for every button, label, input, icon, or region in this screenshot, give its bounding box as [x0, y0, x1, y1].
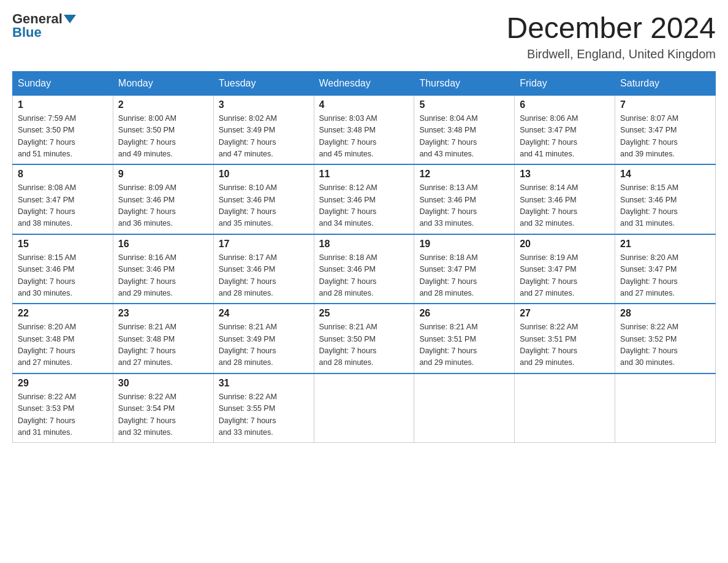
- month-title: December 2024: [506, 12, 716, 45]
- calendar-cell: 20Sunrise: 8:19 AMSunset: 3:47 PMDayligh…: [515, 234, 615, 304]
- calendar-week-row: 8Sunrise: 8:08 AMSunset: 3:47 PMDaylight…: [13, 164, 716, 234]
- day-number: 13: [520, 169, 610, 180]
- calendar-header-wednesday: Wednesday: [314, 71, 414, 95]
- calendar-cell: 23Sunrise: 8:21 AMSunset: 3:48 PMDayligh…: [113, 304, 213, 373]
- calendar-cell: 4Sunrise: 8:03 AMSunset: 3:48 PMDaylight…: [314, 95, 414, 164]
- day-info: Sunrise: 8:02 AMSunset: 3:49 PMDaylight:…: [219, 113, 309, 161]
- day-info: Sunrise: 8:07 AMSunset: 3:47 PMDaylight:…: [620, 113, 710, 161]
- day-number: 15: [18, 239, 108, 250]
- calendar-cell: 31Sunrise: 8:22 AMSunset: 3:55 PMDayligh…: [213, 373, 314, 443]
- calendar-cell: 24Sunrise: 8:21 AMSunset: 3:49 PMDayligh…: [213, 304, 314, 373]
- day-info: Sunrise: 8:06 AMSunset: 3:47 PMDaylight:…: [520, 113, 610, 161]
- day-info: Sunrise: 8:18 AMSunset: 3:47 PMDaylight:…: [419, 252, 509, 300]
- calendar-table: SundayMondayTuesdayWednesdayThursdayFrid…: [12, 71, 716, 443]
- day-info: Sunrise: 8:04 AMSunset: 3:48 PMDaylight:…: [419, 113, 509, 161]
- calendar-header-sunday: Sunday: [13, 71, 113, 95]
- day-number: 18: [319, 239, 409, 250]
- day-number: 28: [620, 308, 710, 319]
- day-number: 10: [219, 169, 309, 180]
- day-number: 9: [118, 169, 208, 180]
- calendar-cell: 3Sunrise: 8:02 AMSunset: 3:49 PMDaylight…: [213, 95, 314, 164]
- calendar-cell: 7Sunrise: 8:07 AMSunset: 3:47 PMDaylight…: [615, 95, 716, 164]
- day-number: 27: [520, 308, 610, 319]
- calendar-cell: 10Sunrise: 8:10 AMSunset: 3:46 PMDayligh…: [213, 164, 314, 234]
- title-block: December 2024 Birdwell, England, United …: [506, 12, 716, 61]
- calendar-cell: 17Sunrise: 8:17 AMSunset: 3:46 PMDayligh…: [213, 234, 314, 304]
- calendar-cell: 14Sunrise: 8:15 AMSunset: 3:46 PMDayligh…: [615, 164, 716, 234]
- logo: General Blue: [12, 12, 76, 39]
- calendar-cell: 2Sunrise: 8:00 AMSunset: 3:50 PMDaylight…: [113, 95, 213, 164]
- day-info: Sunrise: 8:22 AMSunset: 3:54 PMDaylight:…: [118, 391, 208, 439]
- day-number: 26: [419, 308, 509, 319]
- location: Birdwell, England, United Kingdom: [506, 47, 716, 61]
- calendar-cell: 21Sunrise: 8:20 AMSunset: 3:47 PMDayligh…: [615, 234, 716, 304]
- calendar-cell: 9Sunrise: 8:09 AMSunset: 3:46 PMDaylight…: [113, 164, 213, 234]
- calendar-cell: 30Sunrise: 8:22 AMSunset: 3:54 PMDayligh…: [113, 373, 213, 443]
- calendar-cell: [414, 373, 515, 443]
- day-number: 8: [18, 169, 108, 180]
- calendar-cell: 13Sunrise: 8:14 AMSunset: 3:46 PMDayligh…: [515, 164, 615, 234]
- day-number: 22: [18, 308, 108, 319]
- calendar-cell: 26Sunrise: 8:21 AMSunset: 3:51 PMDayligh…: [414, 304, 515, 373]
- logo-triangle-icon: [64, 15, 76, 23]
- calendar-week-row: 29Sunrise: 8:22 AMSunset: 3:53 PMDayligh…: [13, 373, 716, 443]
- calendar-cell: 15Sunrise: 8:15 AMSunset: 3:46 PMDayligh…: [13, 234, 113, 304]
- day-number: 11: [319, 169, 409, 180]
- calendar-header-row: SundayMondayTuesdayWednesdayThursdayFrid…: [13, 71, 716, 95]
- day-info: Sunrise: 8:15 AMSunset: 3:46 PMDaylight:…: [620, 182, 710, 230]
- calendar-cell: 8Sunrise: 8:08 AMSunset: 3:47 PMDaylight…: [13, 164, 113, 234]
- page-header: General Blue December 2024 Birdwell, Eng…: [12, 12, 716, 61]
- day-number: 14: [620, 169, 710, 180]
- calendar-cell: [615, 373, 716, 443]
- day-number: 1: [18, 99, 108, 110]
- day-number: 29: [18, 378, 108, 389]
- calendar-header-tuesday: Tuesday: [213, 71, 314, 95]
- day-info: Sunrise: 8:00 AMSunset: 3:50 PMDaylight:…: [118, 113, 208, 161]
- day-info: Sunrise: 8:21 AMSunset: 3:51 PMDaylight:…: [419, 321, 509, 369]
- day-number: 4: [319, 99, 409, 110]
- calendar-cell: 12Sunrise: 8:13 AMSunset: 3:46 PMDayligh…: [414, 164, 515, 234]
- calendar-cell: 22Sunrise: 8:20 AMSunset: 3:48 PMDayligh…: [13, 304, 113, 373]
- calendar-cell: 16Sunrise: 8:16 AMSunset: 3:46 PMDayligh…: [113, 234, 213, 304]
- day-info: Sunrise: 8:18 AMSunset: 3:46 PMDaylight:…: [319, 252, 409, 300]
- calendar-cell: 6Sunrise: 8:06 AMSunset: 3:47 PMDaylight…: [515, 95, 615, 164]
- day-number: 6: [520, 99, 610, 110]
- calendar-header-monday: Monday: [113, 71, 213, 95]
- day-info: Sunrise: 8:22 AMSunset: 3:55 PMDaylight:…: [219, 391, 309, 439]
- day-info: Sunrise: 8:03 AMSunset: 3:48 PMDaylight:…: [319, 113, 409, 161]
- day-number: 2: [118, 99, 208, 110]
- day-info: Sunrise: 8:22 AMSunset: 3:52 PMDaylight:…: [620, 321, 710, 369]
- day-info: Sunrise: 8:10 AMSunset: 3:46 PMDaylight:…: [219, 182, 309, 230]
- day-info: Sunrise: 8:21 AMSunset: 3:48 PMDaylight:…: [118, 321, 208, 369]
- day-number: 24: [219, 308, 309, 319]
- calendar-cell: [314, 373, 414, 443]
- day-info: Sunrise: 8:13 AMSunset: 3:46 PMDaylight:…: [419, 182, 509, 230]
- logo-blue-text: Blue: [12, 26, 42, 39]
- day-number: 23: [118, 308, 208, 319]
- calendar-week-row: 22Sunrise: 8:20 AMSunset: 3:48 PMDayligh…: [13, 304, 716, 373]
- calendar-cell: 18Sunrise: 8:18 AMSunset: 3:46 PMDayligh…: [314, 234, 414, 304]
- day-info: Sunrise: 8:14 AMSunset: 3:46 PMDaylight:…: [520, 182, 610, 230]
- calendar-cell: 25Sunrise: 8:21 AMSunset: 3:50 PMDayligh…: [314, 304, 414, 373]
- calendar-week-row: 1Sunrise: 7:59 AMSunset: 3:50 PMDaylight…: [13, 95, 716, 164]
- day-info: Sunrise: 8:21 AMSunset: 3:50 PMDaylight:…: [319, 321, 409, 369]
- day-number: 20: [520, 239, 610, 250]
- day-info: Sunrise: 8:21 AMSunset: 3:49 PMDaylight:…: [219, 321, 309, 369]
- day-number: 7: [620, 99, 710, 110]
- calendar-cell: [515, 373, 615, 443]
- day-info: Sunrise: 8:17 AMSunset: 3:46 PMDaylight:…: [219, 252, 309, 300]
- day-number: 17: [219, 239, 309, 250]
- day-info: Sunrise: 8:15 AMSunset: 3:46 PMDaylight:…: [18, 252, 108, 300]
- day-number: 3: [219, 99, 309, 110]
- calendar-week-row: 15Sunrise: 8:15 AMSunset: 3:46 PMDayligh…: [13, 234, 716, 304]
- day-number: 25: [319, 308, 409, 319]
- day-number: 31: [219, 378, 309, 389]
- day-info: Sunrise: 8:12 AMSunset: 3:46 PMDaylight:…: [319, 182, 409, 230]
- calendar-cell: 1Sunrise: 7:59 AMSunset: 3:50 PMDaylight…: [13, 95, 113, 164]
- logo-general-text: General: [12, 12, 63, 26]
- calendar-body: 1Sunrise: 7:59 AMSunset: 3:50 PMDaylight…: [13, 95, 716, 443]
- day-number: 16: [118, 239, 208, 250]
- day-info: Sunrise: 7:59 AMSunset: 3:50 PMDaylight:…: [18, 113, 108, 161]
- day-info: Sunrise: 8:16 AMSunset: 3:46 PMDaylight:…: [118, 252, 208, 300]
- calendar-header-thursday: Thursday: [414, 71, 515, 95]
